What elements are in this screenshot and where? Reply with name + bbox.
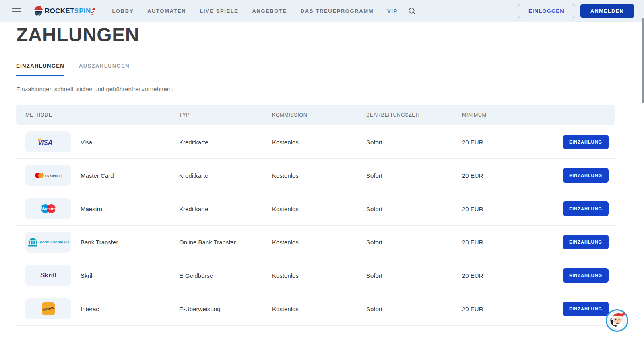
method-minimum: 20 EUR xyxy=(462,172,563,179)
table-row: VISA Visa Kreditkarte Kostenlos Sofort 2… xyxy=(16,125,615,159)
method-name: Maestro xyxy=(80,205,179,212)
method-type: Kreditkarte xyxy=(179,172,272,179)
logo-text-spin: SPIN xyxy=(74,7,91,15)
svg-text:Maestro: Maestro xyxy=(41,207,56,211)
mastercard-logo: mastercard xyxy=(25,165,71,186)
payments-tabs: EINZAHLUNGEN AUSZAHLUNGEN xyxy=(16,60,615,76)
method-minimum: 20 EUR xyxy=(462,139,563,146)
interac-logo: Interac xyxy=(25,298,71,319)
interac-logo-text: Interac xyxy=(42,306,54,312)
method-commission: Kostenlos xyxy=(272,139,366,146)
nav-item-vip[interactable]: VIP xyxy=(387,8,398,14)
login-button[interactable]: EINLOGGEN xyxy=(518,4,575,18)
tab-einzahlungen[interactable]: EINZAHLUNGEN xyxy=(16,60,64,76)
einzahlung-button[interactable]: EINZAHLUNG xyxy=(563,135,609,149)
table-header: METHODE TYP KOMMISSION BEARBEITUNGSZEIT … xyxy=(16,105,615,125)
santa-support-icon xyxy=(605,309,629,332)
visa-logo: VISA xyxy=(25,131,71,152)
register-button[interactable]: ANMELDEN xyxy=(580,4,634,18)
method-time: Sofort xyxy=(366,172,462,179)
method-commission: Kostenlos xyxy=(272,239,366,246)
bank-building-icon xyxy=(28,237,38,247)
method-time: Sofort xyxy=(366,272,462,279)
main-nav: LOBBY AUTOMATEN LIVE SPIELE ANGEBOTE DAS… xyxy=(112,8,397,14)
nav-item-treueprogramm[interactable]: DAS TREUEPROGRAMM xyxy=(301,8,374,14)
payment-methods-table: METHODE TYP KOMMISSION BEARBEITUNGSZEIT … xyxy=(16,105,615,326)
svg-text:VISA: VISA xyxy=(38,139,52,146)
method-commission: Kostenlos xyxy=(272,306,366,312)
logo-text-rocket: ROCKET xyxy=(45,7,74,15)
table-row: mastercard Master Card Kreditkarte Koste… xyxy=(16,159,615,192)
payments-page: ZAHLUNGEN EINZAHLUNGEN AUSZAHLUNGEN Einz… xyxy=(0,24,644,326)
candy-cane-icon xyxy=(91,7,95,15)
santa-mascot-icon xyxy=(33,5,44,17)
bank-transfer-logo: BANK TRANSFER xyxy=(25,232,71,253)
logo[interactable]: ROCKETSPIN xyxy=(33,5,94,17)
method-commission: Kostenlos xyxy=(272,172,366,179)
einzahlung-button[interactable]: EINZAHLUNG xyxy=(563,302,609,316)
method-type: E-Geldbörse xyxy=(179,272,272,279)
search-icon[interactable] xyxy=(408,7,416,15)
nav-item-automaten[interactable]: AUTOMATEN xyxy=(147,8,186,14)
table-row: Maestro Maestro Kreditkarte Kostenlos So… xyxy=(16,192,615,226)
method-name: Bank Transfer xyxy=(80,239,179,246)
page-title: ZAHLUNGEN xyxy=(16,24,615,46)
top-nav: ROCKETSPIN LOBBY AUTOMATEN LIVE SPIELE A… xyxy=(0,0,644,22)
method-time: Sofort xyxy=(366,205,462,212)
method-time: Sofort xyxy=(366,239,462,246)
skrill-logo-text: Skrill xyxy=(40,271,56,279)
method-type: Online Bank Transfer xyxy=(179,239,272,246)
table-row: Skrill Skrill E-Geldbörse Kostenlos Sofo… xyxy=(16,259,615,292)
method-minimum: 20 EUR xyxy=(462,239,563,246)
chat-support-button[interactable] xyxy=(605,309,629,332)
method-commission: Kostenlos xyxy=(272,205,366,212)
auth-buttons: EINLOGGEN ANMELDEN xyxy=(518,4,634,18)
col-methode: METHODE xyxy=(25,112,179,118)
method-name: Master Card xyxy=(80,172,179,179)
method-type: E-Überweisung xyxy=(179,306,272,312)
page-description: Einzahlungen schnell, sicher und gebühre… xyxy=(16,86,615,92)
method-time: Sofort xyxy=(366,306,462,312)
method-commission: Kostenlos xyxy=(272,272,366,279)
scrollbar[interactable] xyxy=(642,18,644,103)
col-minimum: MINIMUM xyxy=(462,112,563,118)
einzahlung-button[interactable]: EINZAHLUNG xyxy=(563,201,609,216)
method-name: Skrill xyxy=(80,272,179,279)
bank-transfer-logo-text: BANK TRANSFER xyxy=(40,240,69,244)
einzahlung-button[interactable]: EINZAHLUNG xyxy=(563,168,609,183)
method-type: Kreditkarte xyxy=(179,139,272,146)
nav-item-live-spiele[interactable]: LIVE SPIELE xyxy=(200,8,238,14)
method-minimum: 20 EUR xyxy=(462,306,563,312)
method-minimum: 20 EUR xyxy=(462,272,563,279)
skrill-logo: Skrill xyxy=(25,265,71,286)
einzahlung-button[interactable]: EINZAHLUNG xyxy=(563,235,609,249)
tab-auszahlungen[interactable]: AUSZAHLUNGEN xyxy=(79,60,130,76)
method-minimum: 20 EUR xyxy=(462,205,563,212)
maestro-logo: Maestro xyxy=(25,198,71,219)
svg-text:mastercard: mastercard xyxy=(45,174,62,178)
method-name: Interac xyxy=(80,306,179,312)
method-type: Kreditkarte xyxy=(179,205,272,212)
menu-icon[interactable] xyxy=(12,8,22,14)
table-row: BANK TRANSFER Bank Transfer Online Bank … xyxy=(16,226,615,259)
col-kommission: KOMMISSION xyxy=(272,112,366,118)
col-typ: TYP xyxy=(179,112,272,118)
col-bearbeitungszeit: BEARBEITUNGSZEIT xyxy=(366,112,462,118)
nav-item-angebote[interactable]: ANGEBOTE xyxy=(252,8,287,14)
method-time: Sofort xyxy=(366,139,462,146)
method-name: Visa xyxy=(80,139,179,146)
nav-item-lobby[interactable]: LOBBY xyxy=(112,8,134,14)
table-row: Interac Interac E-Überweisung Kostenlos … xyxy=(16,292,615,326)
einzahlung-button[interactable]: EINZAHLUNG xyxy=(563,268,609,283)
